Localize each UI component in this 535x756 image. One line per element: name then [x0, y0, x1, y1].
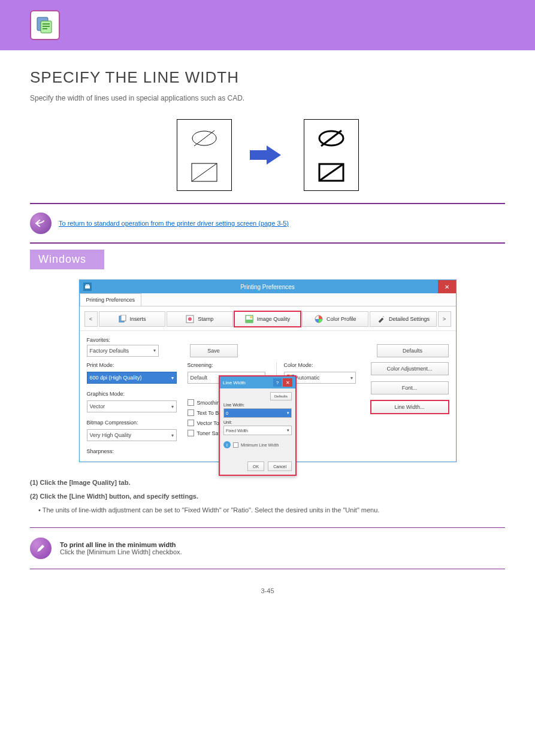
select-value: Fixed Width — [226, 429, 248, 433]
tab-detailed-settings[interactable]: Detailed Settings — [370, 311, 436, 327]
chevron-down-icon: ▾ — [171, 433, 174, 438]
tab-color-profile[interactable]: Color Profile — [302, 311, 368, 327]
svg-line-6 — [194, 130, 214, 146]
back-icon[interactable] — [30, 212, 52, 234]
note-title: To print all line in the minimum width — [60, 541, 182, 548]
bitmap-select[interactable]: Very High Quality▾ — [87, 429, 177, 441]
help-icon[interactable]: ? — [273, 378, 282, 387]
illus-after — [304, 119, 359, 191]
sharpness-label: Sharpness: — [87, 448, 177, 454]
print-mode-label: Print Mode: — [87, 362, 177, 368]
svg-rect-14 — [86, 284, 89, 286]
color-profile-icon — [315, 315, 323, 323]
tab-label: Stamp — [198, 316, 213, 322]
bitmap-label: Bitmap Compression: — [87, 420, 177, 426]
step-1: (1) Click the [Image Quality] tab. — [30, 479, 130, 486]
tab-inserts[interactable]: Inserts — [99, 311, 165, 327]
step-2: (2) Click the [Line Width] button, and s… — [30, 493, 198, 500]
tabs-prev[interactable]: < — [84, 311, 98, 327]
svg-rect-16 — [121, 315, 126, 321]
svg-line-8 — [192, 163, 217, 181]
favorites-select[interactable]: Factory Defaults ▾ — [87, 345, 159, 357]
chevron-down-icon: ▾ — [153, 348, 156, 353]
svg-rect-2 — [43, 23, 50, 25]
save-button[interactable]: Save — [190, 344, 238, 357]
printer-doc-icon — [30, 10, 60, 40]
button-label: Color Adjustment... — [386, 366, 432, 372]
chevron-down-icon: ▾ — [287, 428, 289, 433]
svg-rect-3 — [43, 26, 50, 27]
tab-printing-preferences[interactable]: Printing Preferences — [80, 293, 142, 306]
divider — [30, 527, 505, 528]
color-adjustment-button[interactable]: Color Adjustment... — [371, 362, 449, 375]
category-tabs: < Inserts Stamp Image Quality Color Prof… — [80, 306, 456, 331]
popup-line-width-select[interactable]: 0▾ — [223, 408, 292, 418]
header-banner — [0, 0, 535, 50]
page-title: SPECIFY THE LINE WIDTH — [30, 68, 505, 87]
os-tag: Windows — [30, 250, 104, 269]
chevron-down-icon: ▾ — [171, 375, 174, 381]
tab-image-quality[interactable]: Image Quality — [234, 311, 301, 327]
svg-point-21 — [250, 316, 252, 318]
chevron-down-icon: ▾ — [287, 411, 289, 415]
color-mode-label: Color Mode: — [284, 362, 360, 368]
popup-cancel-button[interactable]: Cancel — [268, 462, 292, 471]
button-label: Font... — [402, 385, 418, 391]
printer-icon — [83, 283, 92, 291]
popup-unit-select[interactable]: Fixed Width▾ — [223, 426, 292, 435]
inserts-icon — [118, 315, 126, 323]
intro-text: Specify the width of lines used in speci… — [30, 93, 503, 104]
select-value: Automatic — [296, 375, 320, 381]
illus-before — [177, 119, 232, 191]
select-value: Factory Defaults — [90, 348, 129, 354]
step-bullet: • The units of line-width adjustment can… — [38, 505, 505, 516]
print-mode-select[interactable]: 600 dpi (High Quality)▾ — [87, 372, 177, 384]
close-icon[interactable]: ✕ — [438, 280, 456, 293]
tabs-next[interactable]: > — [438, 311, 451, 327]
select-value: Vector — [90, 403, 105, 409]
tab-label: Inserts — [130, 316, 146, 322]
tab-stamp[interactable]: Stamp — [167, 311, 233, 327]
popup-ok-button[interactable]: OK — [247, 462, 264, 471]
chevron-down-icon: ▾ — [171, 404, 174, 409]
popup-title-text: Line Width — [223, 380, 246, 385]
line-width-button[interactable]: Line Width... — [371, 400, 449, 414]
button-label: Line Width... — [394, 404, 424, 410]
svg-point-18 — [188, 317, 192, 321]
steps: (1) Click the [Image Quality] tab. (2) C… — [30, 477, 505, 515]
dialog-title: Printing Preferences — [240, 284, 295, 290]
svg-line-12 — [319, 164, 343, 181]
col-left: Print Mode: 600 dpi (High Quality)▾ Grap… — [87, 362, 177, 454]
select-value: Very High Quality — [90, 432, 132, 438]
back-link[interactable]: To return to standard operation from the… — [59, 220, 289, 227]
defaults-button[interactable]: Defaults — [377, 344, 449, 357]
tab-label: Color Profile — [327, 316, 356, 322]
chevron-down-icon: ▾ — [350, 375, 353, 381]
screening-label: Screening: — [188, 362, 265, 368]
divider — [30, 242, 505, 244]
close-icon[interactable]: ✕ — [283, 378, 292, 387]
graphics-mode-select[interactable]: Vector▾ — [87, 400, 177, 412]
stamp-icon — [186, 315, 194, 323]
info-icon: i — [223, 441, 231, 448]
line-width-popup: Line Width ? ✕ Defaults Line Width: 0▾ U… — [219, 375, 297, 476]
select-value: 0 — [226, 411, 228, 415]
divider — [30, 569, 505, 569]
svg-rect-20 — [246, 320, 253, 323]
popup-defaults-button[interactable]: Defaults — [270, 392, 292, 400]
select-value: 600 dpi (High Quality) — [90, 375, 142, 381]
note-row: To print all line in the minimum width C… — [30, 534, 505, 563]
popup-titlebar: Line Width ? ✕ — [220, 377, 295, 388]
pencil-icon — [30, 538, 52, 559]
button-label: Save — [207, 348, 220, 354]
font-button[interactable]: Font... — [371, 381, 449, 394]
dialog-titlebar: Printing Preferences ✕ — [80, 280, 456, 293]
tab-label: Image Quality — [257, 316, 291, 322]
wrench-icon — [377, 315, 385, 323]
note-body: Click the [Minimum Line Width] checkbox. — [60, 548, 182, 555]
graphics-mode-label: Graphics Mode: — [87, 391, 177, 397]
image-quality-icon — [245, 315, 253, 323]
favorites-row: Favorites: Factory Defaults ▾ Save Defau… — [80, 331, 456, 360]
tab-label: Detailed Settings — [389, 316, 430, 322]
outer-tab-strip: Printing Preferences — [80, 293, 456, 306]
